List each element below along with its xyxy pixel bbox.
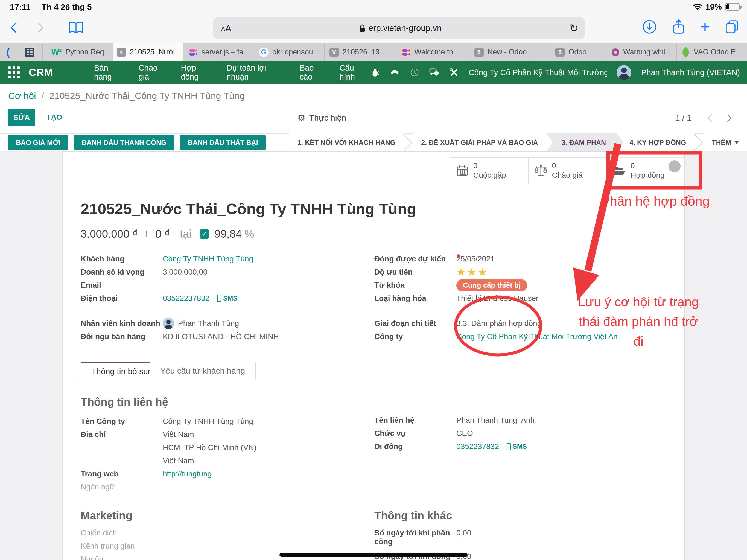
forward-button[interactable] — [34, 23, 44, 33]
bookmarks-icon[interactable] — [68, 21, 84, 35]
pager-next-icon[interactable] — [724, 114, 732, 122]
sms-button[interactable]: SMS — [507, 443, 527, 450]
phone-icon[interactable] — [390, 68, 400, 77]
battery-icon — [725, 3, 740, 11]
kanban-state-dot[interactable] — [669, 160, 680, 172]
field-job-position: Chức vụ CEO — [374, 427, 675, 440]
annotation-note-line: Lưu ý cơ hội từ trạng — [547, 292, 730, 312]
menu-ban-hang[interactable]: Bán hàng — [94, 63, 127, 81]
tab-label: 210526_13_... — [343, 48, 390, 56]
messages-icon[interactable] — [429, 68, 439, 77]
share-icon[interactable] — [672, 19, 686, 35]
stage-more-dropdown[interactable]: THÊM — [703, 133, 747, 152]
field-label: Công ty — [374, 332, 456, 341]
bug-icon[interactable] — [370, 68, 380, 77]
browser-tab-welcome[interactable]: Welcome to... — [395, 44, 466, 61]
meetings-smart-button[interactable]: 0Cuộc gặp — [450, 157, 528, 184]
menu-hop-dong[interactable]: Hợp đồng — [181, 63, 215, 81]
home-indicator[interactable] — [279, 553, 468, 557]
tab-customer-request[interactable]: Yêu cầu từ khách hàng — [150, 362, 256, 379]
sms-button[interactable]: SMS — [217, 295, 237, 302]
contact-left-column: Tên Công ty Công Ty TNHH Tùng Tùng Địa c… — [81, 415, 368, 493]
address-bar[interactable]: AA erp.vietan-group.vn ↻ — [213, 17, 585, 39]
stage-negotiation-active[interactable]: 3. ĐÀM PHÁN — [546, 133, 617, 152]
field-label: Chiến dịch — [81, 529, 163, 537]
field-label: Số ngày tới khi phân công — [374, 529, 456, 546]
menu-du-toan[interactable]: Dự toán lợi nhuận — [227, 63, 288, 81]
contracts-smart-button[interactable]: 0Hợp đồng — [606, 157, 685, 184]
mark-won-button[interactable]: ĐÁNH DẤU THÀNH CÔNG — [74, 135, 174, 150]
menu-cau-hinh[interactable]: Cấu hình — [339, 63, 370, 81]
back-button[interactable] — [11, 23, 21, 33]
field-value: Việt Nam — [163, 456, 194, 465]
safari-toolbar: AA erp.vietan-group.vn ↻ + — [0, 13, 747, 43]
close-icon[interactable]: × — [117, 48, 126, 57]
company-switcher[interactable]: Công Ty Cổ Phần Kỹ Thuật Môi Trường Vi..… — [469, 68, 607, 77]
browser-tab-vag[interactable]: VAG Odoo E... — [677, 44, 747, 61]
expected-revenue: 3.000.000 ₫ — [81, 228, 138, 240]
tab-overview-icon[interactable] — [725, 19, 739, 34]
reload-button[interactable]: ↻ — [569, 22, 578, 34]
app-name[interactable]: CRM — [28, 67, 53, 78]
field-label: Điện thoại — [81, 294, 163, 303]
smart-button-label: Cuộc gặp — [473, 171, 506, 179]
mark-lost-button[interactable]: ĐÁNH DẤU THẤT BẠI — [180, 135, 266, 150]
folder-open-icon — [613, 165, 626, 176]
stage-connect[interactable]: 1. KẾT NỐI VỚI KHÁCH HÀNG — [289, 133, 404, 152]
priority-stars[interactable]: ★★★ — [456, 266, 488, 278]
nav-menu: Bán hàng Chào giá Hợp đồng Dự toán lợi n… — [94, 63, 370, 81]
smart-button-label: Hợp đồng — [630, 171, 664, 179]
tools-icon[interactable] — [449, 68, 459, 77]
browser-tab-warning[interactable]: Warning whil... — [607, 44, 677, 61]
field-label: Độ ưu tiên — [374, 268, 456, 276]
field-mobile: Di động 0352237832 SMS — [374, 440, 675, 453]
downloads-icon[interactable] — [642, 19, 657, 34]
browser-tab-serverjs[interactable]: server.js – fa... — [183, 44, 254, 61]
menu-chao-gia[interactable]: Chào giá — [138, 63, 169, 81]
edit-button[interactable]: SỬA — [8, 109, 35, 126]
text-size-button[interactable]: AA — [221, 23, 232, 34]
quotations-smart-button[interactable]: 0Chào giá — [528, 157, 607, 184]
browser-tab-odoo[interactable]: 5 Odoo — [536, 44, 607, 61]
apps-menu-icon[interactable] — [8, 67, 20, 78]
new-quote-button[interactable]: BÁO GIÁ MỚI — [8, 135, 68, 150]
field-medium: Kênh trung gian — [81, 539, 368, 553]
probability-check-icon[interactable]: ✓ — [200, 229, 209, 239]
toolbar-actions: + — [642, 19, 739, 35]
activity-clock-icon[interactable] — [410, 68, 419, 77]
ipad-screen: 17:11 Th 4 26 thg 5 19% AA — [0, 0, 747, 560]
browser-tab-icon-only[interactable] — [17, 44, 43, 61]
field-label: Chức vụ — [374, 429, 456, 438]
browser-tab-okr[interactable]: G okr opensou... — [254, 44, 325, 61]
user-menu[interactable]: Phan Thanh Tùng (VIETAN) — [641, 68, 740, 77]
mobile-link[interactable]: 0352237832 — [456, 442, 499, 451]
field-language: Ngôn ngữ — [81, 480, 368, 493]
phone-link[interactable]: 03522237832 — [163, 294, 209, 303]
browser-tab-new-odoo[interactable]: 5 New - Odoo — [465, 44, 536, 61]
website-link[interactable]: http://tungtung — [163, 469, 212, 478]
menu-bao-cao[interactable]: Báo cáo — [300, 63, 328, 81]
browser-tab-python[interactable]: W³ Python Req — [43, 44, 113, 61]
action-menu[interactable]: ⚙ Thực hiện — [298, 113, 346, 123]
stage-sign-contract[interactable]: 4. KÝ HỢP ĐỒNG — [617, 133, 694, 152]
breadcrumb-parent-link[interactable]: Cơ hội — [8, 91, 36, 101]
field-label: Giai đoạn chi tiết — [374, 319, 456, 328]
browser-tab-active-crm[interactable]: × 210525_Nướ... — [113, 44, 184, 61]
tab-label: Warning whil... — [623, 48, 671, 56]
new-tab-button[interactable]: + — [700, 19, 710, 35]
mobile-phone-icon — [217, 295, 221, 302]
browser-tab-210526[interactable]: V 210526_13_... — [325, 44, 395, 61]
browser-tab-partial[interactable]: ( — [0, 44, 17, 61]
sms-label: SMS — [513, 443, 527, 450]
field-value: KD ILOTUSLAND - HỒ CHÍ MINH — [163, 332, 279, 341]
avatar[interactable] — [617, 65, 632, 80]
fish-icon — [401, 47, 411, 57]
customer-link[interactable]: Công Ty TNHH Tùng Tùng — [163, 255, 253, 263]
field-value: 25/05/2021 — [456, 255, 495, 263]
pager-previous-icon[interactable] — [707, 114, 715, 122]
field-value: 0,00 — [456, 529, 471, 537]
smart-button-count: 0 — [630, 161, 635, 170]
field-phone: Điện thoại 03522237832 SMS — [81, 292, 368, 305]
stage-proposal[interactable]: 2. ĐỀ XUẤT GIẢI PHÁP VÀ BÁO GIÁ — [413, 133, 546, 152]
create-button[interactable]: TẠO — [47, 113, 62, 122]
